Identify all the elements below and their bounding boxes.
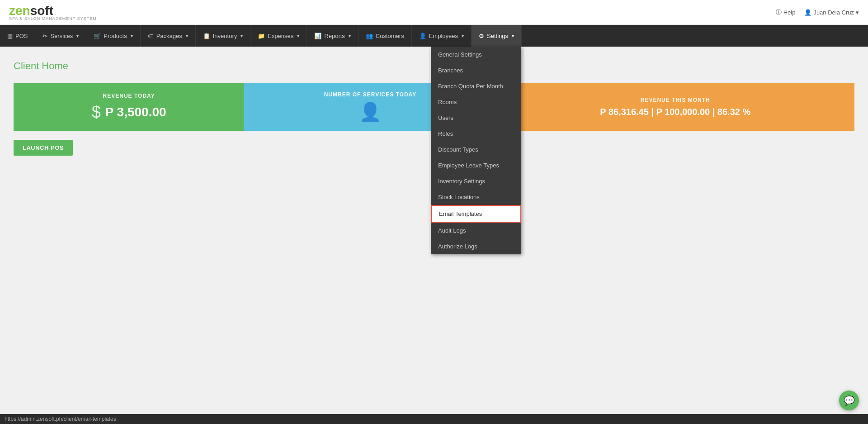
dropdown-item-rooms[interactable]: Rooms — [431, 94, 521, 110]
nav-item-products[interactable]: 🛒 Products ▾ — [86, 25, 140, 47]
card-revenue-today-amount: P 3,500.00 — [105, 105, 166, 119]
settings-dropdown: General Settings Branches Branch Quota P… — [431, 47, 521, 254]
card-revenue-month-value-row: P 86,316.45 | P 100,000.00 | 86.32 % — [600, 107, 750, 117]
chevron-down-icon: ▾ — [349, 33, 351, 38]
user-menu[interactable]: 👤 Juan Dela Cruz ▾ — [804, 9, 859, 16]
chat-button[interactable]: 💬 — [839, 391, 859, 410]
dropdown-item-email-templates[interactable]: Email Templates — [431, 205, 521, 223]
card-services-today-label: NUMBER OF SERVICES TODAY — [324, 91, 416, 98]
pos-icon: ▦ — [7, 33, 13, 39]
logo-subtitle: SPA & SALON MANAGEMENT SYSTEM — [9, 16, 97, 21]
dropdown-item-employee-leave-types[interactable]: Employee Leave Types — [431, 157, 521, 173]
help-link[interactable]: ⓘ Help — [776, 8, 796, 16]
user-icon: 👤 — [804, 9, 811, 16]
card-revenue-today: REVENUE TODAY $ P 3,500.00 — [14, 83, 244, 131]
chevron-down-icon: ▾ — [462, 33, 464, 38]
products-icon: 🛒 — [94, 33, 101, 39]
nav-label-products: Products — [104, 33, 127, 39]
chevron-down-icon: ▾ — [186, 33, 188, 38]
nav-item-pos[interactable]: ▦ POS — [0, 25, 35, 47]
navbar: ▦ POS ✂ Services ▾ 🛒 Products ▾ 🏷 Packag… — [0, 25, 868, 47]
help-icon: ⓘ — [776, 8, 782, 16]
card-revenue-month: REVENUE THIS MONTH P 86,316.45 | P 100,0… — [496, 83, 854, 131]
chevron-down-icon: ▾ — [512, 33, 514, 38]
status-url: https://admin.zensoft.ph/client/email-te… — [5, 416, 116, 422]
dropdown-item-inventory-settings[interactable]: Inventory Settings — [431, 173, 521, 189]
logo: zensoft SPA & SALON MANAGEMENT SYSTEM — [9, 4, 97, 21]
settings-icon: ⚙ — [479, 33, 484, 39]
dropdown-item-authorize-logs[interactable]: Authorize Logs — [431, 238, 521, 254]
launch-pos-button[interactable]: LAUNCH POS — [14, 140, 73, 156]
dropdown-item-branches[interactable]: Branches — [431, 62, 521, 78]
dropdown-item-roles[interactable]: Roles — [431, 126, 521, 142]
card-revenue-month-label: REVENUE THIS MONTH — [641, 97, 710, 103]
status-bar: https://admin.zensoft.ph/client/email-te… — [0, 414, 868, 424]
packages-icon: 🏷 — [148, 33, 154, 39]
header: zensoft SPA & SALON MANAGEMENT SYSTEM ⓘ … — [0, 0, 868, 25]
expenses-icon: 📁 — [258, 33, 265, 39]
employees-icon: 👤 — [419, 33, 426, 39]
dropdown-item-branch-quota[interactable]: Branch Quota Per Month — [431, 78, 521, 94]
chevron-down-icon: ▾ — [76, 33, 79, 38]
header-right: ⓘ Help 👤 Juan Dela Cruz ▾ — [776, 8, 859, 16]
nav-label-settings: Settings — [487, 33, 508, 39]
chat-icon: 💬 — [844, 395, 855, 406]
logo-soft: soft — [30, 4, 53, 18]
nav-label-reports: Reports — [324, 33, 345, 39]
nav-item-customers[interactable]: 👥 Customers — [359, 25, 412, 47]
dropdown-item-users[interactable]: Users — [431, 110, 521, 126]
nav-label-pos: POS — [15, 33, 28, 39]
nav-item-packages[interactable]: 🏷 Packages ▾ — [141, 25, 196, 47]
nav-item-services[interactable]: ✂ Services ▾ — [35, 25, 86, 47]
nav-item-reports[interactable]: 📊 Reports ▾ — [307, 25, 359, 47]
dropdown-item-general-settings[interactable]: General Settings — [431, 47, 521, 62]
nav-label-expenses: Expenses — [268, 33, 293, 39]
chevron-down-icon: ▾ — [297, 33, 299, 38]
dropdown-item-discount-types[interactable]: Discount Types — [431, 142, 521, 157]
card-revenue-today-value-row: $ P 3,500.00 — [92, 103, 166, 122]
help-label: Help — [783, 9, 796, 16]
nav-label-services: Services — [50, 33, 73, 39]
nav-label-customers: Customers — [376, 33, 404, 39]
user-chevron: ▾ — [856, 9, 859, 16]
logo-zen: zen — [9, 4, 30, 18]
nav-item-expenses[interactable]: 📁 Expenses ▾ — [250, 25, 307, 47]
card-revenue-today-label: REVENUE TODAY — [103, 93, 155, 99]
reports-icon: 📊 — [314, 33, 321, 39]
nav-item-employees[interactable]: 👤 Employees ▾ — [412, 25, 472, 47]
nav-label-employees: Employees — [429, 33, 458, 39]
person-icon: 👤 — [359, 101, 382, 123]
user-label: Juan Dela Cruz — [813, 9, 854, 16]
dropdown-item-audit-logs[interactable]: Audit Logs — [431, 223, 521, 238]
nav-label-packages: Packages — [156, 33, 182, 39]
card-revenue-month-value: P 86,316.45 | P 100,000.00 | 86.32 % — [600, 107, 750, 117]
chevron-down-icon: ▾ — [241, 33, 243, 38]
customers-icon: 👥 — [366, 33, 373, 39]
nav-item-settings[interactable]: ⚙ Settings ▾ General Settings Branches B… — [472, 25, 522, 47]
inventory-icon: 📋 — [203, 33, 210, 39]
nav-item-inventory[interactable]: 📋 Inventory ▾ — [196, 25, 250, 47]
chevron-down-icon: ▾ — [131, 33, 133, 38]
nav-label-inventory: Inventory — [213, 33, 237, 39]
card-services-today-value-row: 👤 — [359, 101, 382, 123]
services-icon: ✂ — [42, 33, 47, 39]
dropdown-item-stock-locations[interactable]: Stock Locations — [431, 189, 521, 205]
dollar-icon: $ — [92, 103, 101, 122]
